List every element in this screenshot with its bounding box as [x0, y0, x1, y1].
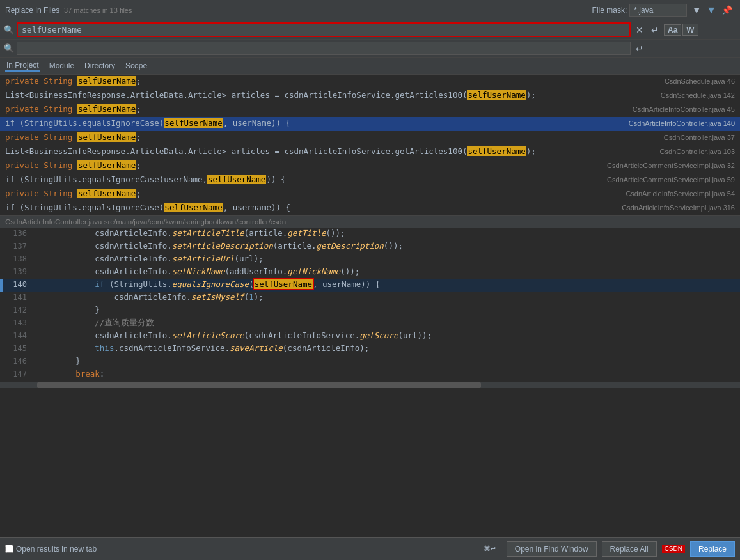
result-row[interactable]: private String selfUserName; CsdnControl…	[0, 131, 740, 145]
filter-icon-btn[interactable]: ▼	[704, 3, 719, 17]
replace-input[interactable]	[21, 43, 626, 53]
code-line-146: 146 }	[0, 356, 740, 369]
search-input-wrapper	[17, 22, 631, 37]
open-in-tab-check[interactable]	[5, 545, 13, 553]
code-line-138: 138 csdnArticleInfo.setArticleUrl(url);	[0, 254, 740, 267]
code-line-147: 147 break:	[0, 369, 740, 382]
result-code: if (StringUtils.equalsIgnoreCase(selfUse…	[5, 118, 624, 128]
replace-all-btn[interactable]: Replace All	[602, 541, 657, 557]
result-file: CsdnController.java 37	[659, 134, 735, 141]
result-row[interactable]: List<BusinessInfoResponse.ArticleData.Ar…	[0, 145, 740, 159]
replace-input-wrapper	[17, 42, 631, 55]
scope-in-project[interactable]: In Project	[5, 60, 40, 72]
result-row[interactable]: private String selfUserName; CsdnArticle…	[0, 187, 740, 201]
open-in-tab-checkbox[interactable]: Open results in new tab	[5, 545, 97, 554]
search-magnifier-icon: 🔍	[4, 25, 14, 35]
result-row[interactable]: if (StringUtils.equalsIgnoreCase(userNam…	[0, 173, 740, 187]
result-file: CsdnArticleCommentServiceImpl.java 32	[602, 162, 735, 169]
code-line-139: 139 csdnArticleInfo.setNickName(addUserI…	[0, 267, 740, 279]
result-code: private String selfUserName;	[5, 189, 620, 198]
search-options: Aa W	[664, 24, 698, 36]
confirm-replace-btn[interactable]: ↵	[633, 42, 646, 55]
code-line-140: 140 if (StringUtils.equalsIgnoreCase(sel…	[0, 279, 740, 292]
open-in-tab-label: Open results in new tab	[16, 545, 97, 554]
result-code: if (StringUtils.equalsIgnoreCase(selfUse…	[5, 203, 617, 212]
footer: Open results in new tab ⌘↵ Open in Find …	[0, 537, 740, 560]
match-count: 37 matches in 13 files	[64, 6, 132, 14]
pin-icon-btn[interactable]: 📌	[719, 4, 735, 17]
scope-bar: In Project Module Directory Scope	[0, 58, 740, 75]
code-file-header: CsdnArticleInfoController.java src/main/…	[0, 216, 740, 228]
csdn-badge: CSDN	[662, 545, 685, 553]
file-mask-area: File mask: ▼	[592, 4, 704, 17]
result-code: private String selfUserName;	[5, 76, 659, 86]
code-line-137: 137 csdnArticleInfo.setArticleDescriptio…	[0, 241, 740, 254]
result-code: List<BusinessInfoResponse.ArticleData.Ar…	[5, 146, 655, 156]
confirm-search-btn[interactable]: ↵	[649, 24, 661, 36]
result-file: CsdnArticleInfoServiceImpl.java 54	[620, 190, 735, 198]
replace-magnifier-icon: 🔍	[4, 43, 14, 53]
search-input[interactable]	[22, 25, 626, 35]
replace-btn[interactable]: Replace	[690, 541, 735, 557]
result-row[interactable]: private String selfUserName; CsdnSchedul…	[0, 75, 740, 89]
result-code: if (StringUtils.equalsIgnoreCase(userNam…	[5, 175, 602, 184]
result-file: CsdnArticleInfoController.java 45	[627, 105, 735, 113]
scope-scope[interactable]: Scope	[124, 61, 148, 71]
result-file: CsdnArticleInfoServiceImpl.java 316	[617, 204, 735, 212]
code-line-141: 141 csdnArticleInfo.setIsMyself(1);	[0, 292, 740, 305]
shortcut-badge: ⌘↵	[484, 545, 496, 553]
result-code: private String selfUserName;	[5, 132, 659, 142]
scope-module[interactable]: Module	[48, 61, 75, 71]
scope-directory[interactable]: Directory	[83, 61, 116, 71]
result-row[interactable]: if (StringUtils.equalsIgnoreCase(selfUse…	[0, 201, 740, 215]
search-row: 🔍 ✕ ↵ Aa W	[0, 20, 740, 40]
scrollbar-thumb[interactable]	[37, 382, 481, 388]
result-row[interactable]: List<BusinessInfoResponse.ArticleData.Ar…	[0, 89, 740, 103]
result-file: CsdnSchedule.java 142	[656, 91, 735, 99]
code-file-name: CsdnArticleInfoController.java	[5, 218, 102, 226]
panel-title: Replace in Files 37 matches in 13 files	[5, 6, 132, 15]
file-mask-label: File mask:	[592, 6, 627, 15]
header-bar: Replace in Files 37 matches in 13 files …	[0, 0, 740, 20]
result-row-selected[interactable]: if (StringUtils.equalsIgnoreCase(selfUse…	[0, 117, 740, 131]
open-find-window-btn[interactable]: Open in Find Window	[507, 541, 597, 557]
replace-row: 🔍 ↵	[0, 40, 740, 58]
results-area[interactable]: private String selfUserName; CsdnSchedul…	[0, 75, 740, 537]
result-code: private String selfUserName;	[5, 160, 602, 170]
result-file: CsdnArticleInfoController.java 140	[624, 120, 735, 127]
file-mask-input[interactable]	[629, 4, 687, 17]
whole-word-btn[interactable]: W	[682, 24, 698, 36]
result-file: CsdnController.java 103	[655, 148, 735, 155]
match-case-btn[interactable]: Aa	[664, 24, 681, 36]
horizontal-scrollbar[interactable]	[0, 382, 740, 388]
code-lines: 136 csdnArticleInfo.setArticleTitle(arti…	[0, 228, 740, 382]
code-line-136: 136 csdnArticleInfo.setArticleTitle(arti…	[0, 228, 740, 241]
code-line-142: 142 }	[0, 305, 740, 318]
code-line-144: 144 csdnArticleInfo.setArticleScore(csdn…	[0, 331, 740, 343]
clear-search-btn[interactable]: ✕	[633, 24, 646, 36]
code-file-path: src/main/java/com/kwan/springbootkwan/co…	[104, 218, 286, 226]
file-mask-dropdown-btn[interactable]: ▼	[689, 4, 704, 17]
code-line-145: 145 this.csdnArticleInfoService.saveArti…	[0, 343, 740, 356]
result-code: private String selfUserName;	[5, 104, 627, 114]
result-file: CsdnSchedule.java 46	[659, 77, 735, 85]
code-line-143: 143 //查询质量分数	[0, 318, 740, 331]
code-view-section: CsdnArticleInfoController.java src/main/…	[0, 215, 740, 388]
result-code: List<BusinessInfoResponse.ArticleData.Ar…	[5, 90, 656, 100]
result-file: CsdnArticleCommentServiceImpl.java 59	[602, 176, 735, 183]
result-row[interactable]: private String selfUserName; CsdnArticle…	[0, 103, 740, 117]
result-row[interactable]: private String selfUserName; CsdnArticle…	[0, 159, 740, 173]
